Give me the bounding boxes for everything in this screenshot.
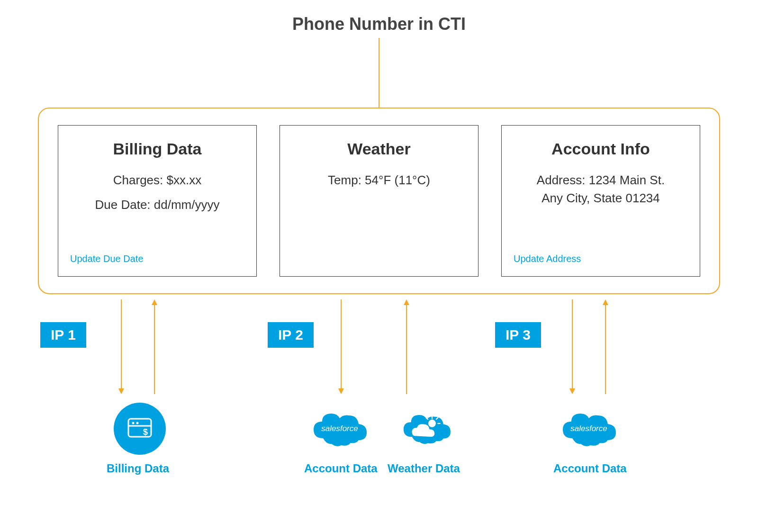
arrow-ip2-up bbox=[403, 299, 410, 394]
card-weather: Weather Temp: 54°F (11°C) bbox=[280, 125, 478, 277]
card-account: Account Info Address: 1234 Main St. Any … bbox=[501, 125, 700, 277]
ui-container: Billing Data Charges: $xx.xx Due Date: d… bbox=[38, 108, 720, 294]
billing-source-label: Billing Data bbox=[107, 462, 169, 475]
link-update-address[interactable]: Update Address bbox=[514, 253, 581, 264]
arrow-ip1-down bbox=[117, 299, 125, 394]
link-update-due-date[interactable]: Update Due Date bbox=[70, 253, 144, 264]
svg-marker-3 bbox=[118, 388, 124, 394]
svg-marker-7 bbox=[338, 388, 344, 394]
svg-text:$: $ bbox=[143, 427, 148, 437]
ip3-label: IP 3 bbox=[495, 322, 541, 348]
card-billing: Billing Data Charges: $xx.xx Due Date: d… bbox=[58, 125, 257, 277]
account-source-label-1: Account Data bbox=[304, 462, 378, 475]
svg-point-20 bbox=[428, 420, 436, 427]
arrow-ip3-down bbox=[568, 299, 576, 394]
card-billing-charges: Charges: $xx.xx bbox=[70, 172, 244, 189]
svg-point-15 bbox=[132, 422, 135, 424]
ip1-label: IP 1 bbox=[40, 322, 86, 348]
svg-marker-13 bbox=[603, 299, 608, 305]
arrow-ip1-up bbox=[151, 299, 158, 394]
card-account-title: Account Info bbox=[514, 140, 688, 158]
weather-icon bbox=[396, 405, 457, 457]
card-weather-temp: Temp: 54°F (11°C) bbox=[292, 172, 466, 189]
account-source-label-2: Account Data bbox=[553, 462, 627, 475]
svg-text:salesforce: salesforce bbox=[321, 424, 358, 433]
weather-source-label: Weather Data bbox=[388, 462, 460, 475]
card-billing-duedate: Due Date: dd/mm/yyyy bbox=[70, 197, 244, 213]
svg-point-16 bbox=[136, 422, 139, 424]
salesforce-icon-2: salesforce bbox=[558, 405, 620, 457]
svg-marker-5 bbox=[152, 299, 157, 305]
salesforce-icon-1: salesforce bbox=[309, 405, 370, 457]
arrow-top-down bbox=[375, 38, 383, 114]
card-weather-title: Weather bbox=[292, 140, 466, 158]
arrow-ip2-down bbox=[337, 299, 345, 394]
svg-text:salesforce: salesforce bbox=[570, 424, 607, 433]
billing-source-icon: $ bbox=[109, 403, 171, 455]
card-account-address2: Any City, State 01234 bbox=[514, 190, 688, 207]
svg-marker-9 bbox=[404, 299, 409, 305]
arrow-ip3-up bbox=[602, 299, 609, 394]
billing-circle-icon: $ bbox=[114, 403, 166, 455]
svg-marker-11 bbox=[569, 388, 575, 394]
ip2-label: IP 2 bbox=[268, 322, 314, 348]
card-billing-title: Billing Data bbox=[70, 140, 244, 158]
diagram-title: Phone Number in CTI bbox=[38, 14, 720, 34]
card-account-address1: Address: 1234 Main St. bbox=[514, 172, 688, 189]
